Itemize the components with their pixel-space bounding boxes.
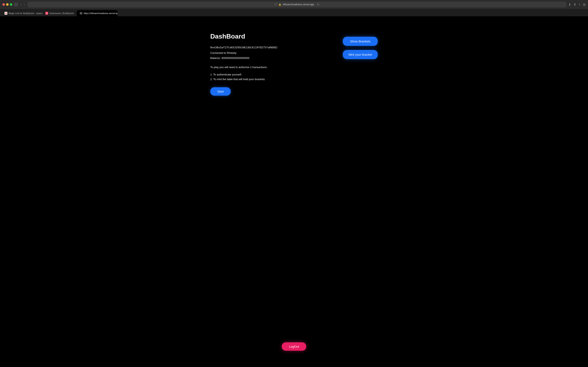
step-2: 2. To mint the table that will hold your… xyxy=(210,77,327,82)
logout-button[interactable]: LogOut xyxy=(282,342,306,351)
start-button[interactable]: Start xyxy=(210,87,231,96)
new-tab-icon[interactable]: + xyxy=(579,3,580,6)
network-info: Connected to Rinkeby xyxy=(210,51,327,54)
tab-gmail-label: Magic Link for BuildQuest - isaacwi@gmai… xyxy=(9,12,43,15)
shield-icon: 🛡 xyxy=(274,3,277,6)
nav-arrows: ‹ › xyxy=(20,2,26,7)
toolbar-right: ⬇ ⬆ + ⊞ xyxy=(568,3,586,7)
tab-gmail[interactable]: M Magic Link for BuildQuest - isaacwi@gm… xyxy=(2,10,43,16)
url-text: nftmarchmadness.vercel.app xyxy=(283,3,314,6)
minimize-window-button[interactable] xyxy=(6,3,9,6)
tab-nft-label: https://nftmarchmadness.vercel.app/dashb… xyxy=(84,12,118,15)
tab-buildquest-label: Submission | BuildQuest xyxy=(49,12,74,15)
tab-buildquest[interactable]: ✦ Submission | BuildQuest xyxy=(43,10,77,16)
lock-icon: 🔒 xyxy=(278,3,281,6)
steps-list: 1. To authenticate yourself. 2. To mint … xyxy=(210,72,327,82)
address-bar[interactable]: 🛡 🔒 nftmarchmadness.vercel.app ↻ xyxy=(27,2,566,7)
step-1: 1. To authenticate yourself. xyxy=(210,72,327,77)
forward-button[interactable]: › xyxy=(23,2,26,7)
buildquest-favicon: ✦ xyxy=(45,12,48,15)
main-layout: DashBoard 0xe38a3af27Ce833295CA813bC6119… xyxy=(202,16,386,96)
browser-toolbar: ⊞ ‹ › 🛡 🔒 nftmarchmadness.vercel.app ↻ ⬇… xyxy=(0,0,588,9)
sidebar-toggle-icon[interactable]: ⊞ xyxy=(14,3,17,6)
left-panel: DashBoard 0xe38a3af27Ce833295CA813bC6119… xyxy=(210,33,327,96)
back-button[interactable]: ‹ xyxy=(20,2,22,7)
download-icon[interactable]: ⬇ xyxy=(568,3,571,7)
page-content: DashBoard 0xe38a3af27Ce833295CA813bC6119… xyxy=(0,16,588,367)
mint-bracket-button[interactable]: Mint your bracket xyxy=(343,50,378,59)
page-title: DashBoard xyxy=(210,33,327,40)
window-controls xyxy=(2,3,12,6)
right-panel: Show Brackets Mint your bracket xyxy=(343,33,378,59)
share-icon[interactable]: ⬆ xyxy=(573,3,576,7)
balance-info: Balance: 4000000000000000000 xyxy=(210,57,327,59)
refresh-icon[interactable]: ↻ xyxy=(317,3,320,6)
wallet-address: 0xe38a3af27Ce833295CA813bC6119fEE75fa06D… xyxy=(210,46,327,49)
tab-nft[interactable]: N https://nftmarchmadness.vercel.app/das… xyxy=(77,10,118,16)
grid-icon[interactable]: ⊞ xyxy=(583,3,586,7)
gmail-favicon: M xyxy=(4,12,7,15)
browser-chrome: ⊞ ‹ › 🛡 🔒 nftmarchmadness.vercel.app ↻ ⬇… xyxy=(0,0,588,16)
nft-favicon: N xyxy=(80,12,82,15)
show-brackets-button[interactable]: Show Brackets xyxy=(343,37,378,46)
instructions-text: To play you will need to authorize 2 tra… xyxy=(210,65,327,69)
close-window-button[interactable] xyxy=(2,3,5,6)
logout-container: LogOut xyxy=(282,342,306,351)
browser-tabs: M Magic Link for BuildQuest - isaacwi@gm… xyxy=(0,9,588,16)
maximize-window-button[interactable] xyxy=(10,3,12,6)
